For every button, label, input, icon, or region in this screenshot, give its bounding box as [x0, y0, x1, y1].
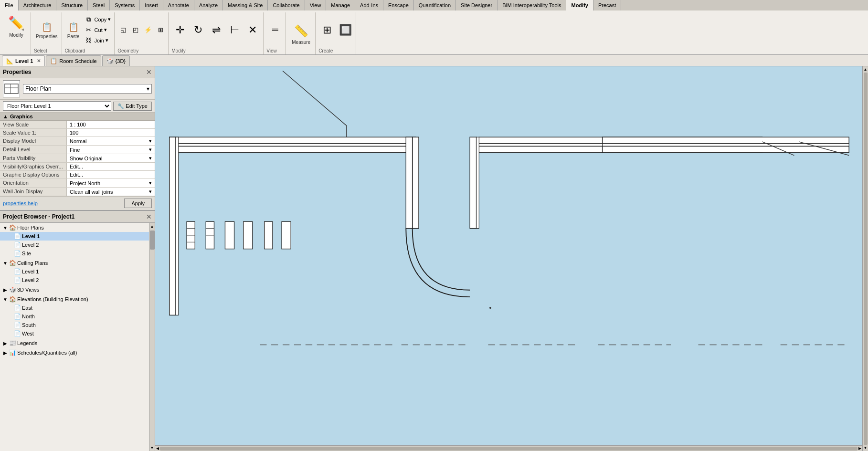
tree-row-east[interactable]: 📄 East [0, 304, 149, 312]
tree-row-south[interactable]: 📄 South [0, 321, 149, 329]
create-button[interactable]: ⊞ [318, 22, 336, 38]
tab-level1[interactable]: 📐 Level 1 ✕ [2, 55, 45, 66]
tree-row-north[interactable]: 📄 North [0, 312, 149, 321]
align-button[interactable]: ⊞ [155, 25, 166, 35]
prop-name-vgoverrides: Visibility/Graphics Overr... [0, 163, 67, 170]
prop-row-orientation: Orientation Project North▾ [0, 179, 155, 188]
cut-geometry-button[interactable]: ◱ [117, 25, 129, 35]
legends-toggle[interactable]: ▶ [2, 340, 9, 346]
tree-row-level2[interactable]: 📄 Level 2 [0, 241, 149, 249]
level1-tab-close[interactable]: ✕ [37, 58, 41, 63]
scroll-down-button[interactable]: ▼ [150, 444, 155, 451]
tab-enscape[interactable]: Enscape [383, 0, 414, 10]
edit-type-button[interactable]: 🔧 Edit Type [113, 102, 152, 111]
browser-scrollbar[interactable]: ▲ ▼ [149, 223, 155, 451]
tab-file[interactable]: File [0, 0, 19, 10]
tree-row-ceiling-level2[interactable]: 📄 Level 2 [0, 276, 149, 284]
tree-row-site[interactable]: 📄 Site [0, 249, 149, 258]
tab-insert[interactable]: Insert [140, 0, 163, 10]
prop-value-displaymodel[interactable]: Normal▾ [67, 137, 155, 145]
scroll-left-button[interactable]: ◀ [155, 446, 160, 451]
tab-manage[interactable]: Manage [326, 0, 355, 10]
tree-row-west[interactable]: 📄 West [0, 329, 149, 338]
tab-quantification[interactable]: Quantification [414, 0, 456, 10]
rotate-button[interactable]: ↻ [190, 22, 207, 38]
modify-button[interactable]: ✏️ Modify [5, 12, 28, 39]
prop-value-vgoverrides[interactable]: Edit... [67, 163, 155, 170]
browser-close-button[interactable]: ✕ [146, 213, 152, 220]
prop-value-orientation[interactable]: Project North▾ [67, 179, 155, 187]
prop-value-graphicdisplay[interactable]: Edit... [67, 171, 155, 178]
thin-lines-button[interactable]: ═ [266, 22, 284, 38]
tree-row-elevations[interactable]: ▼ 🏠 Elevations (Building Elevation) [0, 295, 149, 304]
scroll-right-button[interactable]: ▶ [857, 446, 862, 451]
cut-button[interactable]: ✂ Cut ▾ [83, 25, 113, 35]
tab-annotate[interactable]: Annotate [163, 0, 194, 10]
scroll-thumb[interactable] [150, 231, 155, 250]
tab-room-schedule[interactable]: 📋 Room Schedule [46, 55, 101, 66]
paste-button[interactable]: 📋 Paste [65, 20, 82, 40]
join-button[interactable]: ⛓ Join ▾ [83, 36, 113, 45]
copy-button[interactable]: ⧉ Copy ▾ [83, 15, 113, 24]
tree-row-ceiling-level1[interactable]: 📄 Level 1 [0, 267, 149, 276]
prop-value-walljoin[interactable]: Clean all wall joins▾ [67, 188, 155, 196]
tab-systems[interactable]: Systems [110, 0, 140, 10]
prop-name-scalevalue: Scale Value 1: [0, 129, 67, 136]
tab-addins[interactable]: Add-Ins [355, 0, 383, 10]
properties-button[interactable]: 📋 Properties [34, 20, 60, 40]
right-scrollbar[interactable]: ▲ ▼ [862, 66, 868, 451]
tab-modify[interactable]: Modify [566, 0, 593, 10]
measure-button[interactable]: 📏 Measure [290, 21, 312, 46]
horizontal-scroll-thumb[interactable] [160, 447, 857, 451]
ceilingplans-toggle[interactable]: ▼ [2, 260, 9, 266]
3dviews-toggle[interactable]: ▶ [2, 286, 9, 293]
section-toggle[interactable]: ▲ [3, 114, 8, 119]
join-geometry-button[interactable]: ◰ [130, 25, 141, 35]
tree-row-legends[interactable]: ▶ 📰 Legends [0, 339, 149, 347]
delete-button[interactable]: ✕ [244, 22, 261, 38]
right-scroll-down[interactable]: ▼ [864, 446, 868, 450]
tab-steel[interactable]: Steel [88, 0, 110, 10]
tab-3d[interactable]: 🎲 {3D} [102, 55, 130, 66]
tab-bim[interactable]: BIM Interoperability Tools [498, 0, 566, 10]
tab-site-designer[interactable]: Site Designer [456, 0, 498, 10]
canvas-area[interactable] [155, 66, 862, 445]
tree-row-3dviews[interactable]: ▶ 🎲 3D Views [0, 285, 149, 294]
instance-dropdown[interactable]: Floor Plan: Level 1 [3, 101, 111, 111]
properties-help-link[interactable]: properties help [3, 200, 38, 206]
bottom-scrollbar[interactable]: ◀ ▶ [155, 445, 862, 451]
tab-massing[interactable]: Massing & Site [223, 0, 268, 10]
mirror-button[interactable]: ⇌ [208, 22, 225, 38]
floorplans-toggle[interactable]: ▼ [2, 224, 9, 231]
prop-value-detaillevel[interactable]: Fine▾ [67, 146, 155, 154]
trim-button[interactable]: ⊢ [226, 22, 243, 38]
scroll-up-button[interactable]: ▲ [150, 223, 155, 230]
properties-close-button[interactable]: ✕ [146, 68, 152, 76]
type-dropdown[interactable]: Floor Plan ▾ [23, 84, 152, 94]
tab-analyze[interactable]: Analyze [194, 0, 223, 10]
tree-row-ceilingplans[interactable]: ▼ 🏠 Ceiling Plans [0, 259, 149, 267]
prop-value-scalevalue[interactable]: 100 [67, 129, 155, 136]
component-button[interactable]: 🔲 [337, 22, 354, 38]
apply-button[interactable]: Apply [124, 199, 152, 208]
move-button[interactable]: ✛ [171, 22, 189, 38]
tab-collaborate[interactable]: Collaborate [268, 0, 305, 10]
tree-item-3dviews: ▶ 🎲 3D Views [0, 285, 149, 294]
elevations-toggle[interactable]: ▼ [2, 296, 9, 303]
schedules-icon: 📊 [9, 349, 16, 357]
vertical-scroll-thumb[interactable] [864, 73, 868, 445]
tab-precast[interactable]: Precast [593, 0, 621, 10]
tree-row-level1[interactable]: 📄 Level 1 [0, 232, 149, 241]
west-label: West [22, 331, 34, 336]
tab-structure[interactable]: Structure [56, 0, 88, 10]
tab-view[interactable]: View [305, 0, 327, 10]
tree-row-schedules[interactable]: ▶ 📊 Schedules/Quantities (all) [0, 348, 149, 357]
right-scroll-up[interactable]: ▲ [864, 67, 868, 72]
tab-architecture[interactable]: Architecture [19, 0, 57, 10]
split-button[interactable]: ⚡ [142, 25, 154, 35]
thin-lines-icon: ═ [268, 23, 282, 37]
schedules-toggle[interactable]: ▶ [2, 349, 9, 356]
prop-value-viewscale[interactable]: 1 : 100 [67, 121, 155, 128]
tree-row-floorplans[interactable]: ▼ 🏠 Floor Plans [0, 223, 149, 232]
prop-value-partsvisibility[interactable]: Show Original▾ [67, 154, 155, 162]
